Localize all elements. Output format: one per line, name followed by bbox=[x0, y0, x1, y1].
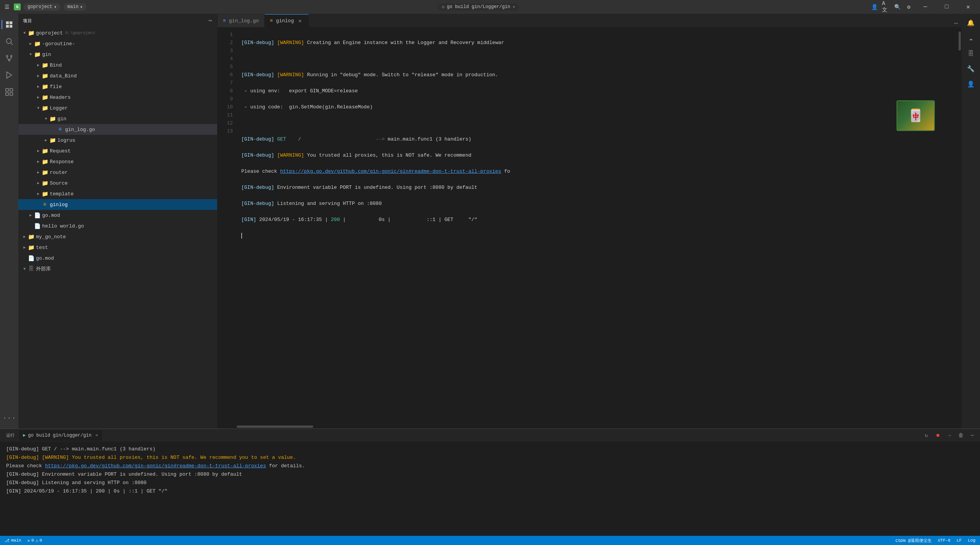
terminal-run-label: 运行 bbox=[3, 432, 18, 438]
svg-rect-7 bbox=[10, 88, 13, 91]
terminal-restart-btn[interactable]: ↻ bbox=[922, 431, 931, 440]
terminal-next-btn[interactable]: → bbox=[945, 431, 954, 440]
svg-point-3 bbox=[11, 56, 12, 57]
tree-item-gin-log-go[interactable]: ≡ gin_log.go bbox=[18, 124, 217, 135]
tree-item-gomod-gin[interactable]: ▶ 📄 go.mod bbox=[18, 210, 217, 221]
activity-more[interactable]: ··· bbox=[2, 410, 17, 426]
terminal-tab-bar: 运行 ▶ go build gin/Logger/gin ✕ ↻ ■ → 🗑 ⋯ bbox=[0, 429, 980, 442]
svg-rect-9 bbox=[10, 93, 13, 95]
tree-item-hello-world[interactable]: 📄 hello world.go bbox=[18, 221, 217, 231]
terminal-more-btn[interactable]: ⋯ bbox=[968, 431, 977, 440]
tree-item-my-go-note[interactable]: ▶ 📁 my_go_note bbox=[18, 231, 217, 242]
right-icon-bell[interactable]: 🔔 bbox=[965, 17, 977, 29]
tree-item-source[interactable]: ▶ 📁 Source bbox=[18, 178, 217, 188]
title-bar: ☰ G goproject ▾ main ▾ ⚙ go build gin/Lo… bbox=[0, 0, 980, 14]
folder-icon: 📁 bbox=[28, 244, 34, 251]
editor-code-area: 12345 678910 111213 [GIN-debug] [WARNING… bbox=[218, 28, 962, 429]
status-line-ending[interactable]: LF bbox=[957, 538, 962, 543]
terminal-tab-build[interactable]: ▶ go build gin/Logger/gin ✕ bbox=[19, 430, 102, 441]
status-encoding[interactable]: UTF-8 bbox=[938, 538, 951, 543]
tree-item-file[interactable]: ▶ 📁 file bbox=[18, 81, 217, 92]
editor-tab-bar: ≡ gin_log.go ≡ ginlog ✕ ⋯ bbox=[218, 14, 962, 28]
tree-item-logger[interactable]: ▼ 📁 Logger bbox=[18, 103, 217, 113]
folder-icon: 📁 bbox=[41, 147, 48, 154]
right-icon-person[interactable]: 👤 bbox=[965, 78, 977, 90]
translate-icon[interactable]: A文 bbox=[882, 3, 890, 11]
right-icon-db[interactable]: 🗄 bbox=[965, 47, 977, 60]
terminal-tab-close[interactable]: ✕ bbox=[95, 432, 98, 438]
editor-scrollbar[interactable] bbox=[958, 28, 962, 429]
build-label[interactable]: ⚙ go build gin/Logger/gin ▾ bbox=[438, 3, 519, 11]
tab-more-btn[interactable]: ⋯ bbox=[950, 20, 962, 27]
tree-item-logrus[interactable]: ▶ 📁 logrus bbox=[18, 135, 217, 146]
maximize-btn[interactable]: □ bbox=[938, 0, 955, 14]
terminal-stop-btn[interactable]: ■ bbox=[933, 431, 942, 440]
svg-line-1 bbox=[11, 43, 13, 45]
svg-point-2 bbox=[7, 56, 8, 57]
overlay-image: 🀄 bbox=[897, 100, 935, 131]
account-icon[interactable]: 👤 bbox=[870, 3, 878, 11]
tree-item-template[interactable]: ▶ 📁 template bbox=[18, 188, 217, 199]
hamburger-menu[interactable]: ☰ bbox=[3, 3, 11, 11]
tree-item-external-libs[interactable]: ▼ 🗄 外部库 bbox=[18, 263, 217, 274]
tree-item-ginlog[interactable]: ≡ ginlog bbox=[18, 199, 217, 210]
svg-rect-6 bbox=[6, 88, 8, 91]
sidebar-menu[interactable]: ⋯ bbox=[208, 17, 213, 25]
search-icon[interactable]: 🔍 bbox=[893, 3, 901, 11]
tab-close-ginlog[interactable]: ✕ bbox=[297, 18, 303, 24]
term-line-6: [GIN] 2024/05/19 - 16:17:35 | 200 | 0s |… bbox=[6, 487, 974, 496]
activity-source-control[interactable] bbox=[2, 51, 17, 66]
tree-item-gin[interactable]: ▼ 📁 gin bbox=[18, 49, 217, 60]
right-icon-tool[interactable]: 🔧 bbox=[965, 63, 977, 75]
term-link-proxies[interactable]: https://pkg.go.dev/github.com/gin-gonic/… bbox=[45, 463, 266, 469]
activity-extensions[interactable] bbox=[2, 84, 17, 100]
status-branch[interactable]: ⎇ main bbox=[5, 538, 21, 543]
tree-item-logger-gin[interactable]: ▼ 📁 gin bbox=[18, 113, 217, 124]
tree-item-response[interactable]: ▶ 📁 Response bbox=[18, 156, 217, 167]
term-line-4: [GIN-debug] Environment variable PORT is… bbox=[6, 470, 974, 479]
go-file-icon: ≡ bbox=[57, 126, 64, 133]
tree-item-router[interactable]: ▶ 📁 router bbox=[18, 167, 217, 178]
project-selector[interactable]: goproject ▾ bbox=[24, 3, 61, 11]
tab-gin-log-go[interactable]: ≡ gin_log.go bbox=[218, 14, 265, 27]
activity-search[interactable] bbox=[2, 34, 17, 49]
folder-icon: 📁 bbox=[41, 62, 48, 69]
term-line-5: [GIN-debug] Listening and serving HTTP o… bbox=[6, 479, 974, 487]
tree-item-goproject[interactable]: ▼ 📁 goproject G:\goproject bbox=[18, 28, 217, 38]
tree-item-test[interactable]: ▶ 📁 test bbox=[18, 242, 217, 253]
branch-selector[interactable]: main ▾ bbox=[64, 3, 87, 11]
status-language[interactable]: Log bbox=[968, 538, 975, 543]
tree-item-bind[interactable]: ▶ 📁 Bind bbox=[18, 60, 217, 70]
editor-scrollbar-thumb[interactable] bbox=[959, 31, 961, 51]
terminal-delete-btn[interactable]: 🗑 bbox=[956, 431, 965, 440]
right-icon-cloud[interactable]: ☁ bbox=[965, 32, 977, 44]
gomod-icon: 📄 bbox=[34, 212, 41, 219]
folder-icon: 📁 bbox=[41, 72, 48, 79]
tree-item-headers[interactable]: ▶ 📁 Headers bbox=[18, 92, 217, 103]
main-area: ··· 项目 ⋯ ▼ 📁 goproject G:\goproject ▶ 📁 … bbox=[0, 14, 980, 429]
status-copyright: CSDN @落雨便尘生 bbox=[895, 538, 932, 543]
folder-icon: 📁 bbox=[34, 40, 41, 47]
svg-marker-5 bbox=[7, 72, 12, 79]
close-btn[interactable]: ✕ bbox=[959, 0, 977, 14]
folder-icon: 📁 bbox=[41, 83, 48, 90]
tree-item-request[interactable]: ▶ 📁 Request bbox=[18, 146, 217, 156]
folder-icon: 📁 bbox=[49, 137, 56, 144]
minimize-btn[interactable]: — bbox=[916, 0, 934, 14]
editor-area: ≡ gin_log.go ≡ ginlog ✕ ⋯ 12345 678910 1… bbox=[218, 14, 962, 429]
tree-item-goroutine[interactable]: ▶ 📁 -goroutine- bbox=[18, 38, 217, 49]
status-errors[interactable]: ✕ 0 ⚠ 0 bbox=[27, 538, 42, 543]
editor-hscrollbar[interactable] bbox=[237, 425, 958, 429]
activity-bottom: ··· bbox=[2, 410, 17, 426]
tab-ginlog[interactable]: ≡ ginlog ✕ bbox=[265, 14, 309, 27]
activity-explorer[interactable] bbox=[2, 17, 17, 32]
ginlog-file-icon: ≡ bbox=[41, 201, 48, 208]
settings-icon[interactable]: ⚙ bbox=[905, 3, 913, 11]
editor-hscrollbar-thumb[interactable] bbox=[237, 426, 313, 428]
folder-icon: 📁 bbox=[28, 233, 34, 240]
tree-item-data-bind[interactable]: ▶ 📁 data_Bind bbox=[18, 70, 217, 81]
terminal-content: [GIN-debug] GET / --> main.main.func1 (3… bbox=[0, 442, 980, 536]
activity-run-debug[interactable] bbox=[2, 67, 17, 83]
svg-point-0 bbox=[7, 39, 11, 44]
tree-item-gomod-root[interactable]: 📄 go.mod bbox=[18, 253, 217, 263]
